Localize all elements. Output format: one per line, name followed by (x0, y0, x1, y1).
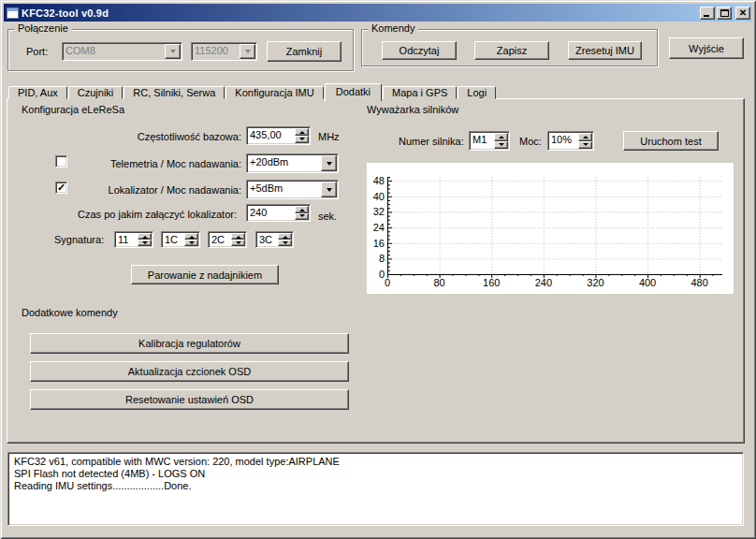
telemetry-power-combo[interactable]: +20dBm (246, 153, 339, 173)
spinner-up-button[interactable] (138, 233, 152, 240)
svg-text:480: 480 (691, 277, 707, 288)
svg-text:160: 160 (483, 277, 500, 288)
svg-text:0: 0 (385, 277, 390, 288)
read-button[interactable]: Odczytaj (382, 41, 457, 60)
disconnect-button[interactable]: Zamknij (267, 41, 342, 62)
spinner-down-button[interactable] (138, 240, 152, 246)
signature-spinner-3[interactable]: 2C (208, 231, 247, 248)
freq-spinner[interactable]: 435,00 (246, 126, 311, 145)
freq-unit-label: MHz (318, 131, 340, 142)
log-line: SPI Flash not detected (4MB) - LOGS ON (14, 468, 737, 480)
port-combo[interactable]: COM8 (62, 42, 182, 61)
svg-text:48: 48 (373, 175, 385, 186)
motor-test-chart: 080160240320400480081624324048 (367, 163, 734, 294)
spinner-up-icon (583, 133, 589, 138)
baud-combo-button[interactable] (240, 44, 255, 59)
title-bar[interactable]: KFC32-tool v0.9d ✕ (4, 4, 752, 22)
spinner-down-icon (236, 241, 241, 247)
freq-spin-down-button[interactable] (295, 136, 309, 143)
telemetry-power-value: +20dBm (247, 154, 320, 172)
spinner-up-button[interactable] (578, 133, 592, 141)
signature-spinner-4[interactable]: 3C (255, 231, 294, 248)
reset-imu-button[interactable]: Zresetuj IMU (568, 41, 642, 60)
exit-button[interactable]: Wyjście (669, 37, 744, 59)
chevron-down-icon (327, 188, 332, 195)
tab-rc-silniki-serwa[interactable]: RC, Silniki, Serwa (124, 86, 225, 99)
telemetry-power-combo-button[interactable] (321, 155, 337, 171)
telemetry-label: Telemetria / Moc nadawania: (22, 158, 241, 169)
commands-group-label: Komendy (368, 22, 418, 34)
tab-logi[interactable]: Logi (458, 86, 496, 99)
spinner-down-button[interactable] (231, 240, 245, 246)
spinner-down-button[interactable] (184, 240, 198, 246)
locator-delay-label: Czas po jakim załączyć lokalizator: (22, 209, 237, 220)
spinner-up-icon (236, 233, 241, 239)
extra-commands-section-label: Dodatkowe komendy (22, 307, 118, 318)
run-test-button[interactable]: Uruchom test (623, 131, 719, 151)
spinner-up-icon (299, 128, 305, 134)
delay-spin-up-button[interactable] (295, 206, 309, 213)
minimize-icon (704, 15, 709, 17)
tab-pid-aux[interactable]: PID, Aux (8, 86, 67, 99)
baud-combo-value: 115200 (192, 43, 239, 60)
baud-combo[interactable]: 115200 (191, 42, 257, 61)
maximize-button[interactable] (717, 7, 732, 20)
tab-konfiguracja-imu[interactable]: Konfiguracja IMU (225, 86, 323, 99)
app-window: KFC32-tool v0.9d ✕ Połączenie Port: COM8… (0, 0, 756, 539)
port-combo-button[interactable] (165, 44, 181, 59)
signature-value-3: 2C (209, 232, 230, 247)
reset-osd-settings-button[interactable]: Resetowanie ustawień OSD (30, 389, 349, 410)
power-value: 10% (548, 132, 577, 150)
eleres-section-label: Konfiguracja eLeReSa (22, 104, 124, 115)
locator-delay-spinner[interactable]: 240 (246, 204, 311, 222)
spinner-down-button[interactable] (278, 240, 292, 246)
motor-balancer-section-label: Wyważarka silników (367, 104, 458, 115)
svg-text:320: 320 (587, 277, 603, 288)
pair-transmitter-button[interactable]: Parowanie z nadajnikiem (131, 265, 279, 284)
spinner-up-icon (142, 233, 148, 239)
spinner-up-icon (299, 206, 305, 211)
signature-value-2: 1C (162, 232, 183, 247)
window-title: KFC32-tool v0.9d (22, 7, 698, 19)
signature-value-1: 11 (115, 232, 137, 247)
spinner-up-button[interactable] (231, 233, 245, 240)
svg-text:40: 40 (373, 191, 385, 202)
spinner-up-button[interactable] (184, 233, 198, 240)
locator-delay-unit-label: sek. (318, 211, 337, 222)
motor-number-spinner[interactable]: M1 (469, 131, 510, 151)
locator-label: Lokalizator / Moc nadawania: (22, 184, 241, 196)
svg-text:8: 8 (379, 253, 385, 264)
calibrate-escs-button[interactable]: Kalibracja regulatorów (30, 333, 349, 354)
spinner-down-icon (189, 241, 195, 247)
locator-power-combo[interactable]: +5dBm (246, 180, 339, 199)
connection-group-label: Połączenie (14, 22, 72, 34)
spinner-down-button[interactable] (578, 141, 592, 150)
delay-spin-down-button[interactable] (295, 213, 309, 221)
svg-text:80: 80 (433, 277, 444, 288)
svg-text:400: 400 (639, 277, 656, 288)
spinner-down-icon (299, 214, 305, 220)
close-button[interactable]: ✕ (735, 7, 750, 20)
spinner-down-icon (142, 241, 148, 247)
tab-dodatki[interactable]: Dodatki (325, 83, 382, 101)
signature-spinner-1[interactable]: 11 (114, 231, 153, 248)
update-osd-fonts-button[interactable]: Aktualizacja czcionek OSD (30, 361, 349, 382)
power-spinner[interactable]: 10% (547, 131, 594, 151)
spinner-down-button[interactable] (494, 141, 508, 150)
motor-number-label: Numer silnika: (399, 136, 464, 147)
write-button[interactable]: Zapisz (474, 41, 549, 60)
chevron-down-icon (245, 50, 251, 56)
log-output[interactable]: KFC32 v61, compatible with MWC version: … (7, 452, 744, 526)
svg-text:32: 32 (373, 206, 385, 217)
spinner-up-icon (283, 233, 288, 239)
port-label: Port: (26, 46, 48, 57)
spinner-up-button[interactable] (278, 233, 292, 240)
svg-text:16: 16 (373, 238, 385, 249)
minimize-button[interactable] (700, 7, 715, 20)
freq-spin-up-button[interactable] (295, 128, 309, 136)
tab-mapa-i-gps[interactable]: Mapa i GPS (383, 86, 457, 99)
signature-spinner-2[interactable]: 1C (161, 231, 200, 248)
tab-czujniki[interactable]: Czujniki (68, 86, 124, 99)
spinner-up-button[interactable] (494, 133, 508, 141)
locator-power-combo-button[interactable] (321, 182, 337, 197)
